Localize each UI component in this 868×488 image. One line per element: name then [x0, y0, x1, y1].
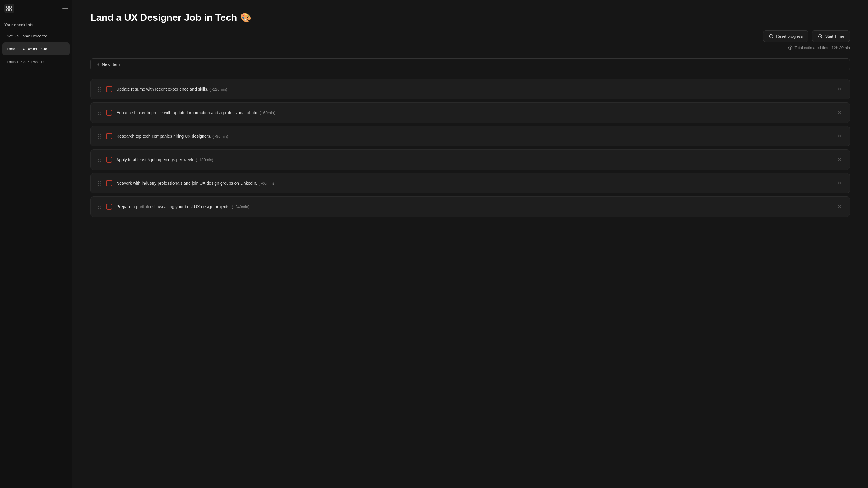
checklist-item-text: Apply to at least 5 job openings per wee…	[116, 157, 194, 162]
delete-item-button[interactable]: ✕	[835, 202, 844, 211]
reset-icon	[769, 34, 774, 38]
svg-rect-2	[9, 6, 11, 8]
svg-rect-0	[7, 6, 9, 8]
delete-item-button[interactable]: ✕	[835, 155, 844, 164]
checklist-item-time: (~60min)	[258, 181, 274, 186]
page-title-emoji: 🎨	[240, 12, 251, 23]
checklist-checkbox[interactable]	[106, 133, 112, 139]
info-icon	[788, 45, 793, 50]
checklist-item: Network with industry professionals and …	[90, 173, 850, 193]
checklist-item: Update resume with recent experience and…	[90, 79, 850, 99]
checklist-text: Enhance LinkedIn profile with updated in…	[116, 110, 831, 116]
drag-handle[interactable]	[97, 133, 102, 140]
main-content: Land a UX Designer Job in Tech 🎨 Reset p…	[72, 0, 868, 488]
sidebar-section-title: Your checklists	[0, 17, 72, 30]
checklist-item-time: (~240min)	[232, 204, 250, 209]
drag-handle[interactable]	[97, 86, 102, 93]
app-logo	[4, 4, 14, 13]
sidebar-item-label: Launch SaaS Product ...	[7, 60, 65, 64]
delete-item-button[interactable]: ✕	[835, 178, 844, 188]
menu-icon[interactable]	[62, 7, 68, 10]
checklist-text: Prepare a portfolio showcasing your best…	[116, 204, 831, 210]
estimated-time-label: Total estimated time: 12h 30min	[795, 45, 850, 50]
checklist-checkbox[interactable]	[106, 204, 112, 210]
sidebar-item-label: Set Up Home Office for...	[7, 34, 65, 38]
reset-progress-button[interactable]: Reset progress	[763, 30, 808, 42]
sidebar-item-home-office[interactable]: Set Up Home Office for...	[2, 31, 70, 41]
checklist-checkbox[interactable]	[106, 110, 112, 116]
checklist-text: Apply to at least 5 job openings per wee…	[116, 157, 831, 163]
new-item-label: New Item	[102, 62, 120, 67]
page-title-text: Land a UX Designer Job in Tech	[90, 12, 237, 23]
svg-point-6	[790, 47, 790, 47]
checklist-item-text: Update resume with recent experience and…	[116, 87, 208, 92]
sidebar-item-saas-product[interactable]: Launch SaaS Product ...	[2, 57, 70, 67]
drag-handle[interactable]	[97, 156, 102, 163]
checklist-item-time: (~120min)	[210, 87, 227, 92]
checklist-container: Update resume with recent experience and…	[90, 79, 850, 220]
checklist-item: Apply to at least 5 job openings per wee…	[90, 150, 850, 170]
checklist-item-text: Prepare a portfolio showcasing your best…	[116, 204, 230, 209]
checklist-item: Enhance LinkedIn profile with updated in…	[90, 102, 850, 123]
svg-rect-3	[9, 9, 11, 11]
checklist-checkbox[interactable]	[106, 157, 112, 163]
plus-icon: +	[97, 62, 99, 67]
page-title: Land a UX Designer Job in Tech 🎨	[90, 12, 850, 23]
sidebar-item-more-icon[interactable]: ⋯	[58, 45, 65, 53]
checklist-item-text: Research top tech companies hiring UX de…	[116, 134, 211, 138]
svg-rect-1	[7, 9, 9, 11]
checklist-item-text: Network with industry professionals and …	[116, 181, 257, 186]
checklist-text: Research top tech companies hiring UX de…	[116, 133, 831, 139]
checklist-item: Prepare a portfolio showcasing your best…	[90, 196, 850, 217]
checklist-text: Update resume with recent experience and…	[116, 86, 831, 93]
checklist-item-time: (~60min)	[260, 110, 276, 115]
sidebar: Your checklists Set Up Home Office for..…	[0, 0, 72, 488]
checklist-checkbox[interactable]	[106, 86, 112, 92]
sidebar-item-label: Land a UX Designer Jo...	[7, 47, 58, 51]
drag-handle[interactable]	[97, 109, 102, 116]
checklist-checkbox[interactable]	[106, 180, 112, 186]
delete-item-button[interactable]: ✕	[835, 85, 844, 94]
delete-item-button[interactable]: ✕	[835, 108, 844, 117]
checklist-item: Research top tech companies hiring UX de…	[90, 126, 850, 147]
checklist-item-time: (~180min)	[195, 158, 213, 162]
new-item-button[interactable]: + New Item	[90, 59, 850, 70]
checklist-item-time: (~90min)	[213, 134, 228, 138]
start-timer-button[interactable]: Start Timer	[812, 30, 850, 42]
delete-item-button[interactable]: ✕	[835, 132, 844, 141]
estimated-time: Total estimated time: 12h 30min	[90, 45, 850, 50]
drag-handle[interactable]	[97, 203, 102, 210]
reset-progress-label: Reset progress	[776, 34, 803, 38]
toolbar: Reset progress Start Timer	[90, 30, 850, 42]
start-timer-label: Start Timer	[825, 34, 844, 38]
checklist-text: Network with industry professionals and …	[116, 180, 831, 187]
checklist-item-text: Enhance LinkedIn profile with updated in…	[116, 110, 258, 115]
sidebar-item-ux-designer[interactable]: Land a UX Designer Jo... ⋯	[2, 42, 70, 56]
sidebar-header	[0, 0, 72, 17]
timer-icon	[818, 34, 823, 38]
drag-handle[interactable]	[97, 180, 102, 187]
